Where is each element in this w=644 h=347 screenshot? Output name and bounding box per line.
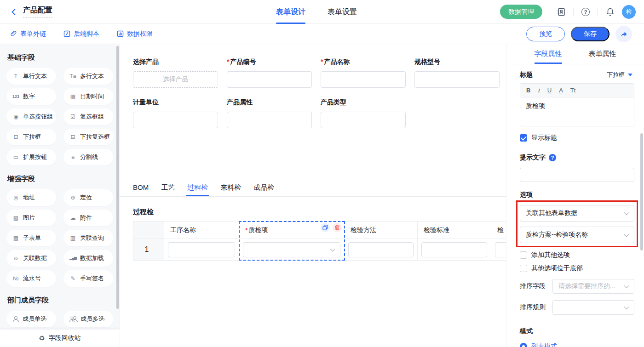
add-other-option-checkbox-row[interactable]: 添加其他选项 bbox=[520, 251, 634, 259]
delete-column-button[interactable] bbox=[333, 223, 342, 232]
data-permission-button[interactable]: 数据权限 bbox=[117, 30, 153, 38]
table-column-inspection-method[interactable]: 检验方法 bbox=[345, 222, 418, 260]
save-button[interactable]: 保存 bbox=[571, 27, 610, 41]
field-item-signature[interactable]: ✎手写签名 bbox=[63, 270, 113, 287]
other-option-bottom-checkbox-row[interactable]: 其他选项位于底部 bbox=[520, 264, 634, 273]
options-label: 选项 bbox=[520, 191, 634, 199]
user-avatar[interactable]: 检 bbox=[622, 5, 636, 19]
field-item-extend-button[interactable]: ▭扩展按钮 bbox=[6, 149, 56, 165]
field-item-single-line-text[interactable]: T单行文本 bbox=[6, 68, 56, 85]
location-pin-icon: ◎ bbox=[12, 195, 19, 200]
option-source-select[interactable]: 关联其他表单数据 bbox=[520, 205, 634, 222]
field-item-serial-number[interactable]: №流水号 bbox=[6, 270, 56, 287]
field-item-divider-line[interactable]: ≡分割线 bbox=[63, 149, 113, 165]
table-column-quality-item-selected[interactable]: *质检项 bbox=[239, 222, 345, 260]
help-icon[interactable] bbox=[580, 6, 591, 17]
image-icon: ▧ bbox=[12, 215, 19, 221]
page-title[interactable]: 产品配置 bbox=[23, 6, 52, 18]
field-item-multi-line-text[interactable]: T≡多行文本 bbox=[63, 68, 113, 85]
field-item-relation-data[interactable]: ∞关联数据 bbox=[6, 250, 56, 267]
field-item-address[interactable]: ◎地址 bbox=[6, 189, 56, 206]
mode-list-radio-row[interactable]: 列表模式 bbox=[520, 342, 634, 347]
process-name-cell-input[interactable] bbox=[168, 242, 235, 257]
bold-button[interactable]: B bbox=[526, 87, 530, 94]
checkbox-unchecked-icon[interactable] bbox=[520, 251, 527, 259]
field-item-number[interactable]: 123数字 bbox=[6, 88, 56, 105]
field-type-select[interactable]: 下拉框 bbox=[607, 71, 634, 79]
font-color-button[interactable]: A bbox=[559, 87, 563, 94]
show-title-checkbox-row[interactable]: 显示标题 bbox=[520, 134, 634, 142]
sort-field-select[interactable]: 请选择需要排序的... bbox=[552, 279, 634, 294]
underline-button[interactable]: U bbox=[547, 87, 552, 94]
field-item-radio-group[interactable]: ◉单选按钮组 bbox=[6, 108, 56, 125]
field-item-multi-dropdown[interactable]: ⊟下拉复选框 bbox=[63, 129, 113, 145]
quality-item-cell-dropdown[interactable] bbox=[243, 242, 340, 257]
help-tooltip-icon[interactable] bbox=[549, 154, 556, 161]
spec-model-input[interactable] bbox=[414, 71, 500, 88]
product-type-input[interactable] bbox=[321, 112, 406, 128]
tab-incoming-inspection[interactable]: 来料检 bbox=[220, 183, 241, 196]
field-item-locate[interactable]: ⊕定位 bbox=[63, 189, 113, 206]
form-external-link-button[interactable]: 表单外链 bbox=[10, 30, 46, 38]
field-item-image[interactable]: ▧图片 bbox=[6, 210, 56, 226]
field-label-text: 产品名称 bbox=[324, 58, 350, 65]
data-manage-button[interactable]: 数据管理 bbox=[500, 5, 542, 19]
field-item-attachment[interactable]: ☁附件 bbox=[63, 210, 113, 226]
preview-button[interactable]: 预览 bbox=[526, 27, 565, 41]
field-item-relation-query[interactable]: ▥关联查询 bbox=[63, 230, 113, 246]
bell-icon[interactable] bbox=[604, 6, 615, 17]
tab-form-settings[interactable]: 表单设置 bbox=[328, 0, 357, 24]
sidebar-scrollbar[interactable] bbox=[116, 46, 119, 309]
table-column-process-name[interactable]: 工序名称 bbox=[164, 222, 239, 260]
tab-process[interactable]: 工艺 bbox=[161, 183, 175, 196]
tab-process-inspection[interactable]: 过程检 bbox=[187, 183, 208, 196]
field-item-checkbox-group[interactable]: ☑复选框组 bbox=[63, 108, 113, 125]
field-item-label: 手写签名 bbox=[80, 274, 104, 283]
field-item-data-load[interactable]: ▂▄▆数据加载 bbox=[63, 250, 113, 267]
checkbox-checked-icon[interactable] bbox=[520, 134, 527, 142]
italic-button[interactable]: I bbox=[538, 87, 540, 94]
address-book-icon[interactable] bbox=[556, 6, 567, 17]
checkbox-unchecked-icon[interactable] bbox=[520, 265, 527, 272]
select-product-button[interactable]: 选择产品 bbox=[133, 71, 218, 88]
table-column-inspection-standard[interactable]: 检验标准 bbox=[418, 222, 491, 260]
option-field-select[interactable]: 质检方案--检验项名称 bbox=[520, 227, 634, 243]
mode-list-label: 列表模式 bbox=[531, 342, 557, 347]
product-code-input[interactable] bbox=[227, 71, 312, 88]
field-item-datetime[interactable]: ▦日期时间 bbox=[63, 88, 113, 105]
inspection-standard-cell-input[interactable] bbox=[421, 242, 487, 257]
tab-form-design[interactable]: 表单设计 bbox=[276, 0, 305, 24]
inspection-method-cell-input[interactable] bbox=[348, 242, 414, 257]
field-item-dropdown[interactable]: ⊡下拉框 bbox=[6, 129, 56, 145]
unit-input[interactable] bbox=[133, 112, 218, 128]
clipped-cell-input[interactable] bbox=[495, 242, 506, 257]
sort-rule-select[interactable] bbox=[552, 300, 634, 315]
tab-bom[interactable]: BOM bbox=[133, 183, 149, 196]
field-item-label: 日期时间 bbox=[80, 92, 104, 101]
share-button[interactable] bbox=[615, 26, 632, 42]
table-index-column: 1 bbox=[133, 222, 164, 260]
font-size-button[interactable]: Tt bbox=[570, 87, 576, 94]
target-icon: ⊕ bbox=[69, 195, 76, 200]
radio-selected-icon[interactable] bbox=[520, 343, 527, 347]
toolbar-link-label: 数据权限 bbox=[127, 30, 153, 38]
multi-line-text-icon: T≡ bbox=[69, 74, 76, 79]
panel-scrollbar[interactable] bbox=[640, 133, 643, 250]
tab-finished-inspection[interactable]: 成品检 bbox=[253, 183, 274, 196]
required-asterisk: * bbox=[245, 227, 247, 234]
sort-rule-label: 排序规则 bbox=[520, 303, 549, 312]
title-text-area[interactable]: 质检项 bbox=[520, 97, 634, 126]
table-column-clipped[interactable]: 检 bbox=[491, 222, 506, 260]
product-name-input[interactable] bbox=[321, 71, 406, 88]
field-item-member-multi[interactable]: 成员多选 bbox=[63, 311, 113, 327]
tab-form-properties[interactable]: 表单属性 bbox=[589, 44, 616, 64]
product-attribute-input[interactable] bbox=[227, 112, 312, 128]
hint-text-input[interactable] bbox=[520, 168, 634, 182]
backend-script-button[interactable]: 后端脚本 bbox=[63, 30, 99, 38]
field-recycle-bin[interactable]: ♻ 字段回收站 bbox=[0, 330, 120, 347]
back-button[interactable] bbox=[8, 6, 19, 17]
field-item-member-single[interactable]: 成员单选 bbox=[6, 311, 56, 327]
copy-column-button[interactable] bbox=[321, 223, 330, 232]
field-item-subform[interactable]: ▤子表单 bbox=[6, 230, 56, 246]
tab-field-properties[interactable]: 字段属性 bbox=[535, 44, 562, 64]
